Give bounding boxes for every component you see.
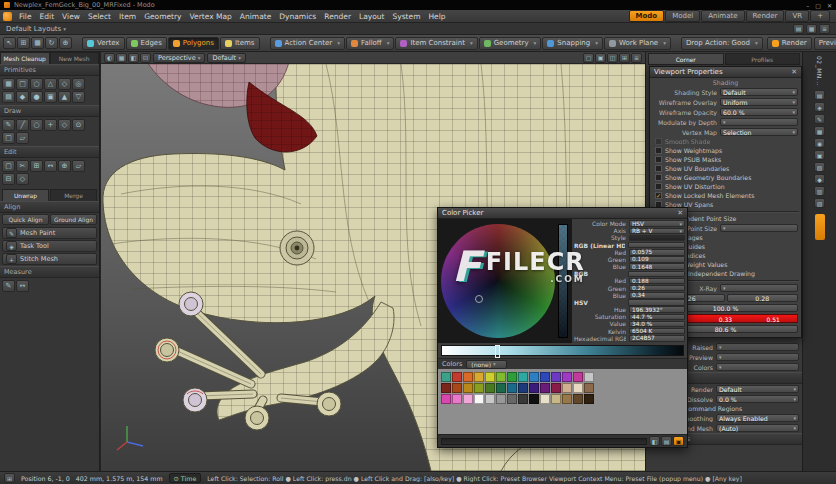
property-value-dropdown[interactable]: 60.0 %	[720, 108, 798, 116]
color-field-value[interactable]: HSV	[629, 220, 685, 227]
layout-icon[interactable]: ≡	[819, 24, 830, 34]
workspace-tab[interactable]: +	[810, 10, 830, 22]
edit-tool-icon[interactable]: ◇	[16, 173, 29, 185]
point-size-dropdown[interactable]	[720, 224, 798, 232]
primitive-tool-icon[interactable]: ◎	[72, 78, 85, 90]
tool-toggle-button[interactable]: Action Center	[270, 37, 345, 50]
close-icon[interactable]: ✕	[677, 209, 683, 217]
selection-mode-button[interactable]: Polygons	[168, 37, 219, 50]
property-value-field[interactable]: (Auto)	[716, 424, 799, 432]
menu-item[interactable]: Select	[84, 12, 115, 21]
color-swatch[interactable]	[551, 383, 561, 393]
checkbox[interactable]	[655, 183, 662, 190]
viewport-icon[interactable]: ≡	[631, 53, 642, 63]
layout-icon[interactable]: ▦	[806, 24, 817, 34]
xray-dropdown[interactable]	[720, 284, 798, 292]
close-button[interactable]: ✕	[827, 2, 832, 9]
property-value-dropdown[interactable]	[720, 118, 798, 126]
color-field-value[interactable]: 34.0 %	[629, 321, 685, 328]
primitive-tool-icon[interactable]: ▲	[58, 91, 71, 103]
viewport-icon[interactable]: ▣	[595, 53, 606, 63]
color-field-value[interactable]: 0.188	[629, 278, 685, 285]
tab-unwrap[interactable]: Unwrap	[2, 189, 49, 201]
primitive-tool-icon[interactable]: ○	[30, 78, 43, 90]
selection-mode-button[interactable]: Edges	[126, 37, 167, 50]
maximize-button[interactable]: ▢	[815, 2, 821, 9]
strip-icon[interactable]: ▥	[814, 186, 825, 196]
tool-toggle-button[interactable]: Item Constraint	[395, 37, 477, 50]
menu-item[interactable]: Layout	[355, 12, 389, 21]
preview-button[interactable]: Preview	[814, 37, 836, 50]
color-swatch[interactable]	[518, 383, 528, 393]
viewport-icon[interactable]: ◧	[128, 53, 139, 63]
menu-item[interactable]: Edit	[36, 12, 59, 21]
color-swatch[interactable]	[496, 383, 506, 393]
strip-icon[interactable]: ▧	[814, 162, 825, 172]
tool-icon[interactable]: ⊞	[17, 37, 30, 49]
sidebar-tab[interactable]: Mesh Cleanup	[0, 52, 50, 64]
color-field-value[interactable]: RB + V	[629, 228, 685, 235]
measure-tool-icon[interactable]: ✎	[2, 280, 15, 292]
color-swatch[interactable]	[573, 394, 583, 404]
sidebar-tab[interactable]: New Mesh	[50, 52, 100, 64]
draw-tool-icon[interactable]: +	[44, 119, 57, 131]
viewport-icon[interactable]: ⊞	[619, 53, 630, 63]
color-swatch[interactable]	[474, 372, 484, 382]
numeric-field[interactable]: 0.28	[727, 294, 799, 302]
primitive-tool-icon[interactable]: □	[16, 78, 29, 90]
color-swatch[interactable]	[573, 372, 583, 382]
scene-item-label[interactable]: 02_MN...	[816, 56, 823, 86]
color-field-value[interactable]: 196.3932°	[629, 306, 685, 313]
color-swatch[interactable]	[540, 394, 550, 404]
color-field-value[interactable]: 0.26	[629, 285, 685, 292]
color-swatch[interactable]	[485, 394, 495, 404]
section-edit[interactable]: Edit	[0, 146, 99, 158]
strip-icon[interactable]: ✎	[814, 114, 825, 124]
workspace-tab[interactable]: Modo	[629, 10, 665, 22]
color-swatch[interactable]	[452, 394, 462, 404]
draw-tool-icon[interactable]: □	[2, 132, 15, 144]
property-value-field[interactable]	[716, 343, 799, 351]
color-swatch[interactable]	[441, 372, 451, 382]
menu-item[interactable]: Help	[424, 12, 449, 21]
tool-toggle-button[interactable]: Snapping	[542, 37, 603, 50]
measure-tool-icon[interactable]: ↔	[16, 280, 29, 292]
right-panel-tab[interactable]: Profiles	[725, 53, 801, 65]
viewport-icon[interactable]: ◫	[607, 53, 618, 63]
color-swatch[interactable]	[452, 383, 462, 393]
color-wheel[interactable]	[441, 224, 555, 338]
checkbox[interactable]	[655, 174, 662, 181]
edit-tool-icon[interactable]: ⊕	[58, 160, 71, 172]
draw-tool-icon[interactable]: ◇	[58, 119, 71, 131]
strip-icon[interactable]: ▦	[814, 126, 825, 136]
menu-item[interactable]: Animate	[236, 12, 275, 21]
tool-toggle-button[interactable]: Work Plane	[604, 37, 671, 50]
primitive-tool-icon[interactable]: ▣	[44, 91, 57, 103]
time-toggle[interactable]: ⊙ Time	[169, 473, 202, 483]
quick-align-button[interactable]: Quick Align	[2, 214, 49, 225]
property-value-dropdown[interactable]: Selection	[720, 128, 798, 136]
checkbox[interactable]	[655, 192, 662, 199]
section-measure[interactable]: Measure	[0, 266, 99, 278]
color-swatch[interactable]	[518, 372, 528, 382]
tool-icon[interactable]: ⊕	[59, 37, 72, 49]
color-field-value[interactable]: 0.109	[629, 256, 685, 263]
window-titlebar[interactable]: Newplex_FemGeck_Big_00_MRFixed - Modo – …	[0, 0, 836, 10]
tool-icon[interactable]: ↻	[45, 37, 58, 49]
color-swatch[interactable]	[463, 394, 473, 404]
color-swatch[interactable]	[540, 383, 550, 393]
tab-merge[interactable]: Merge	[50, 189, 97, 201]
color-swatch[interactable]	[584, 372, 594, 382]
edit-tool-icon[interactable]: ▢	[2, 160, 15, 172]
color-swatch[interactable]	[518, 394, 528, 404]
color-field-value[interactable]: 0.0575	[629, 249, 685, 256]
color-swatch[interactable]	[452, 372, 462, 382]
layout-icon[interactable]: ▤	[793, 24, 804, 34]
sidebar-tool-button[interactable]: ◈ Task Tool	[2, 240, 97, 252]
primitive-tool-icon[interactable]: △	[44, 78, 57, 90]
checkbox-row[interactable]: Show Weightmaps	[650, 146, 801, 155]
primitive-tool-icon[interactable]: ◆	[16, 91, 29, 103]
checkbox[interactable]	[655, 156, 662, 163]
color-swatch[interactable]	[529, 372, 539, 382]
footer-button[interactable]: ▤	[661, 436, 672, 446]
